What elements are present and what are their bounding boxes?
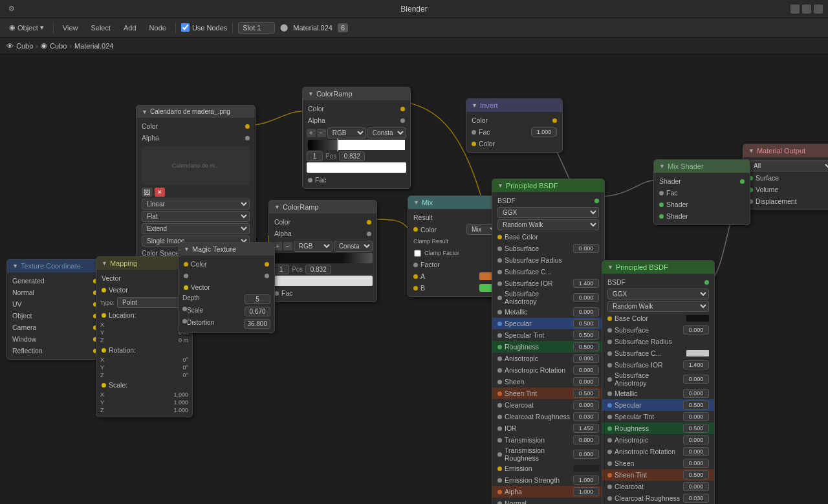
- magic-texture-header: ▼ Magic Texture: [179, 243, 274, 256]
- remove-image-btn[interactable]: ✕: [155, 188, 165, 197]
- window-controls: [790, 5, 823, 14]
- mix-shader-header: ▼ Mix Shader: [654, 160, 750, 173]
- cr1-fac-in: [308, 178, 312, 182]
- chevron-down-icon: ▾: [40, 23, 44, 32]
- use-nodes-toggle[interactable]: Use Nodes: [181, 23, 227, 32]
- texture-coord-header: ▼ Texture Coordinate: [7, 259, 103, 272]
- breadcrumb-material[interactable]: Material.024: [74, 42, 114, 50]
- node-btn[interactable]: Node: [146, 23, 170, 33]
- breadcrumb-cubo2-label[interactable]: Cubo: [50, 42, 67, 50]
- maximize-btn[interactable]: [802, 5, 811, 14]
- close-btn[interactable]: [814, 5, 823, 14]
- cr2-alpha-out: [367, 232, 371, 236]
- cr2-pos-value[interactable]: 0.832: [305, 265, 331, 274]
- blender-menu-btn[interactable]: ⚙: [5, 3, 18, 14]
- colorramp1-title: ColorRamp: [316, 90, 353, 98]
- texture-coord-title: Texture Coordinate: [21, 262, 81, 270]
- clamp-factor-checkbox[interactable]: [414, 250, 420, 256]
- invert-fac-value[interactable]: 1.000: [531, 127, 557, 137]
- linear-row: Linear: [136, 198, 255, 210]
- image-texture-icons: 🖼 ✕: [142, 188, 250, 197]
- extend-row: Extend: [136, 223, 255, 235]
- p2-basecolor-row: Base Color: [602, 312, 714, 324]
- top-bar: ⚙ Blender: [0, 0, 828, 18]
- sphere-icon: ⬤: [280, 23, 288, 32]
- flat-row: Flat: [136, 210, 255, 223]
- arrow-icon: ▼: [142, 109, 147, 115]
- mix-shader-node: ▼ Mix Shader Shader Fac Shader Shader: [653, 159, 750, 225]
- breadcrumb-cubo1[interactable]: Cubo: [16, 42, 33, 50]
- image-texture-title: Calendario de madera_.png: [150, 108, 230, 115]
- mapping-type-row: Type: Point: [100, 297, 188, 308]
- node-editor: ▼ Calendario de madera_.png Color Alpha …: [0, 54, 828, 504]
- p1-specular-row: Specular 0.500: [492, 318, 604, 329]
- mix-b-in: [413, 286, 418, 290]
- cr2-mode-dropdown[interactable]: RGB: [294, 241, 332, 252]
- object-mode-btn[interactable]: ◉ Object ▾: [5, 22, 48, 33]
- cr1-index[interactable]: 1: [307, 151, 323, 161]
- select-btn[interactable]: Select: [87, 23, 114, 33]
- add-btn[interactable]: Add: [120, 23, 140, 33]
- material-output-header: ▼ Material Output: [743, 144, 828, 157]
- magic-depth-row: Depth 5: [179, 293, 274, 305]
- extension-dropdown[interactable]: Extend: [142, 223, 250, 234]
- magic-color-in: [184, 262, 188, 267]
- cr2-controls: + − RGB Constant: [273, 241, 373, 252]
- p1-roughness-row: Roughness 0.500: [492, 341, 604, 353]
- cr1-pos-row: 1 Pos 0.832: [307, 151, 406, 161]
- invert-header: ▼ Invert: [466, 99, 562, 112]
- p1-distribution-dropdown[interactable]: GGX: [497, 207, 599, 218]
- mix-factor-in: [413, 263, 418, 267]
- principled1-header: ▼ Principled BSDF: [492, 179, 604, 192]
- colorramp1-node: ▼ ColorRamp Color Alpha + − RGB Constant: [302, 87, 411, 189]
- cr1-gradient[interactable]: [308, 140, 405, 150]
- cr2-color-swatch[interactable]: [273, 276, 373, 286]
- material-output-title: Material Output: [757, 147, 805, 155]
- view-icon: 👁: [6, 42, 14, 50]
- magic-scale-row: Scale 0.670: [179, 305, 274, 318]
- colorramp2-title: ColorRamp: [283, 203, 319, 211]
- cr1-controls: + − RGB Constant: [307, 127, 406, 138]
- p1-subsurface-dropdown[interactable]: Random Walk: [497, 219, 599, 230]
- cr1-color-out: [400, 107, 405, 111]
- use-nodes-checkbox[interactable]: [181, 23, 190, 32]
- output-target-dropdown[interactable]: All: [748, 160, 828, 171]
- magic-vector-in: [184, 285, 188, 290]
- cr1-interp-dropdown[interactable]: Constant: [367, 127, 406, 138]
- cr1-add-btn[interactable]: +: [307, 129, 316, 137]
- cr2-pos-row: 1 Pos 0.832: [273, 265, 373, 274]
- cr2-interp-dropdown[interactable]: Constant: [334, 241, 373, 252]
- magic-texture-node: ▼ Magic Texture Color Vector Depth 5: [178, 242, 275, 333]
- cr2-remove-btn[interactable]: −: [283, 242, 292, 250]
- colorramp1-header: ▼ ColorRamp: [303, 87, 410, 100]
- cr1-remove-btn[interactable]: −: [317, 129, 326, 137]
- img-icon1[interactable]: 🖼: [142, 188, 153, 197]
- slot-dropdown[interactable]: Slot 1: [238, 22, 275, 34]
- interpolation-dropdown[interactable]: Linear: [142, 199, 250, 210]
- p2-distribution-dropdown[interactable]: GGX: [607, 289, 709, 300]
- cr2-index[interactable]: 1: [273, 265, 289, 274]
- projection-dropdown[interactable]: Flat: [142, 211, 250, 222]
- minimize-btn[interactable]: [790, 5, 800, 14]
- cr2-gradient[interactable]: [273, 253, 373, 263]
- magic-depth-value[interactable]: 5: [245, 294, 270, 304]
- cr2-fac-in: [274, 291, 279, 296]
- invert-color-out: [552, 118, 557, 123]
- cr1-pos-value[interactable]: 0.832: [339, 151, 365, 161]
- separator2: [175, 22, 176, 34]
- invert-title: Invert: [480, 102, 498, 109]
- p2-subsurface-dropdown[interactable]: Random Walk: [607, 301, 709, 312]
- cr1-color-swatch[interactable]: [307, 162, 406, 173]
- mix-title: Mix: [422, 199, 433, 206]
- p2-bsdf-out: [704, 280, 709, 285]
- p1-bsdf-out: [594, 199, 599, 203]
- principled1-node: ▼ Principled BSDF BSDF GGX Random Walk: [492, 179, 605, 504]
- invert-color-in: [472, 142, 476, 146]
- image-texture-alpha-row: Alpha: [136, 132, 255, 144]
- p1-sheentint-row: Sheen Tint 0.500: [492, 388, 604, 399]
- magic-distortion-value[interactable]: 36.800: [244, 319, 270, 329]
- mapping-vector-in: [102, 288, 106, 292]
- view-btn[interactable]: View: [59, 23, 82, 33]
- magic-scale-value[interactable]: 0.670: [245, 307, 270, 316]
- cr1-mode-dropdown[interactable]: RGB: [327, 127, 366, 138]
